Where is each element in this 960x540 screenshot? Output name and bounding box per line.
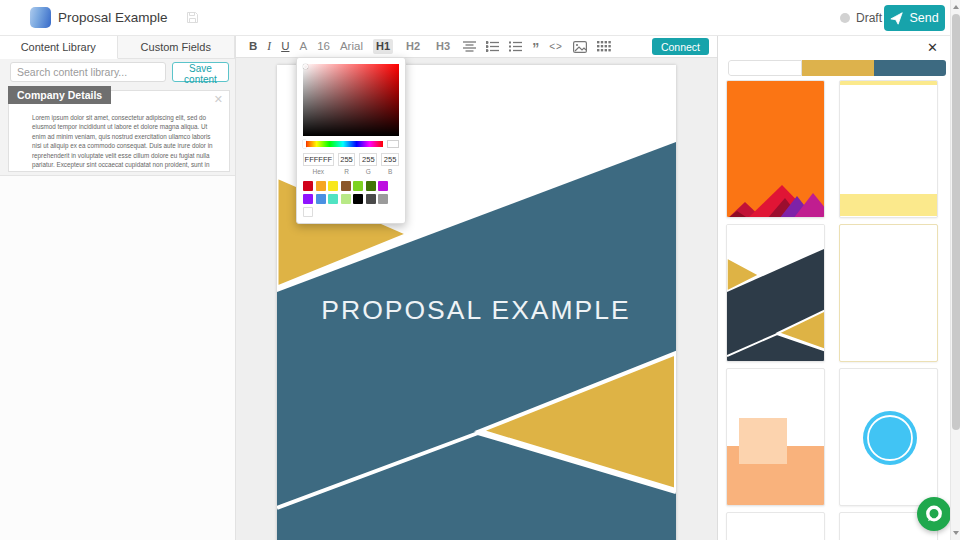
status-indicator: Draft (840, 11, 882, 25)
color-swatch[interactable] (328, 181, 338, 191)
theme-color-segment[interactable] (802, 60, 874, 76)
hex-input[interactable] (303, 153, 334, 166)
tab-content-library[interactable]: Content Library (0, 36, 118, 59)
template-thumbnail-blank[interactable] (726, 512, 825, 540)
hue-slider[interactable] (303, 141, 383, 147)
heading2-button[interactable]: H2 (403, 39, 423, 54)
color-swatch[interactable] (316, 194, 326, 204)
blue-label: B (381, 168, 399, 175)
color-swatch[interactable] (341, 194, 351, 204)
table-grid-icon[interactable] (597, 41, 611, 52)
hue-cursor[interactable] (303, 140, 306, 148)
color-swatch[interactable] (303, 181, 313, 191)
theme-color-segment[interactable] (728, 60, 802, 76)
color-picker-popover: Hex R G B (296, 57, 406, 224)
blockquote-icon[interactable]: ” (532, 41, 539, 55)
paper-plane-icon (890, 12, 903, 25)
color-swatch[interactable] (303, 207, 313, 217)
scroll-down-icon[interactable] (953, 531, 959, 535)
color-swatch[interactable] (341, 181, 351, 191)
connect-button[interactable]: Connect (652, 38, 709, 55)
ordered-list-icon[interactable] (509, 41, 522, 52)
heading3-button[interactable]: H3 (433, 39, 453, 54)
red-input[interactable] (338, 153, 356, 166)
document-title: Proposal Example (58, 10, 168, 25)
page-scrollbar[interactable] (950, 0, 960, 540)
yellow-band (840, 194, 937, 216)
snippet-body-text: Lorem ipsum dolor sit amet, consectetur … (32, 113, 215, 172)
template-thumbnail-yellow-bands[interactable] (839, 80, 938, 218)
status-dot-icon (840, 13, 850, 23)
font-size-button[interactable]: 16 (317, 41, 330, 53)
template-thumbnail-orange-mountains[interactable] (726, 80, 825, 218)
image-icon[interactable] (573, 41, 587, 53)
saturation-area[interactable] (303, 64, 399, 136)
theme-color-bar[interactable] (728, 60, 946, 76)
scrollbar-thumb[interactable] (952, 14, 960, 430)
yellow-strip (840, 81, 937, 85)
italic-button[interactable]: I (267, 41, 271, 53)
green-input[interactable] (359, 153, 377, 166)
top-bar: Proposal Example Draft Send (0, 0, 950, 36)
text-color-button[interactable]: A (299, 41, 307, 53)
current-color-preview (387, 140, 399, 148)
autosave-icon (186, 10, 199, 28)
proposal-editor-app: Proposal Example Draft Send Content Libr… (0, 0, 960, 540)
color-swatch[interactable] (353, 194, 363, 204)
swatch-grid (303, 181, 399, 217)
formatting-toolbar: B I U A 16 Arial H1 H2 H3 ” <> Connect (236, 36, 717, 58)
color-swatch[interactable] (366, 194, 376, 204)
color-swatch[interactable] (316, 181, 326, 191)
heading1-button[interactable]: H1 (373, 39, 393, 54)
color-swatch[interactable] (328, 194, 338, 204)
chat-bubble-icon (924, 504, 944, 524)
blue-input[interactable] (381, 153, 399, 166)
color-swatch[interactable] (378, 194, 388, 204)
peach-square (739, 418, 787, 464)
close-panel-icon[interactable]: ✕ (927, 40, 938, 55)
cover-title[interactable]: PROPOSAL EXAMPLE (321, 295, 630, 325)
color-swatch[interactable] (378, 181, 388, 191)
content-library-panel: Content Library Custom Fields Save conte… (0, 36, 236, 540)
close-icon[interactable]: ✕ (214, 93, 223, 106)
green-label: G (359, 168, 377, 175)
color-swatch[interactable] (353, 181, 363, 191)
template-thumbnail-blank[interactable] (839, 224, 938, 362)
red-label: R (338, 168, 356, 175)
template-panel: ✕ (717, 36, 950, 540)
saturation-cursor[interactable] (303, 64, 308, 69)
font-family-button[interactable]: Arial (340, 41, 363, 53)
color-swatch[interactable] (366, 181, 376, 191)
library-tabs: Content Library Custom Fields (0, 36, 235, 59)
code-icon[interactable]: <> (549, 42, 563, 52)
tab-custom-fields[interactable]: Custom Fields (118, 36, 236, 58)
bold-button[interactable]: B (249, 41, 257, 53)
snippet-title-badge[interactable]: Company Details (8, 86, 111, 104)
search-input[interactable] (10, 62, 166, 82)
send-button[interactable]: Send (884, 5, 945, 31)
chat-widget-button[interactable] (917, 497, 951, 531)
theme-color-segment[interactable] (874, 60, 946, 76)
save-content-button[interactable]: Save content (172, 62, 229, 82)
template-thumbnail-navy-cover[interactable] (726, 224, 825, 362)
template-thumbnail-blue-circle[interactable] (839, 368, 938, 506)
hex-label: Hex (303, 168, 334, 175)
app-logo-icon[interactable] (30, 7, 51, 28)
status-label: Draft (856, 11, 882, 25)
bullet-list-icon[interactable] (486, 41, 499, 52)
color-swatch[interactable] (303, 194, 313, 204)
scroll-up-icon[interactable] (953, 5, 959, 9)
template-thumbnail-peach-blocks[interactable] (726, 368, 825, 506)
align-center-icon[interactable] (463, 41, 476, 52)
underline-button[interactable]: U (281, 41, 289, 53)
